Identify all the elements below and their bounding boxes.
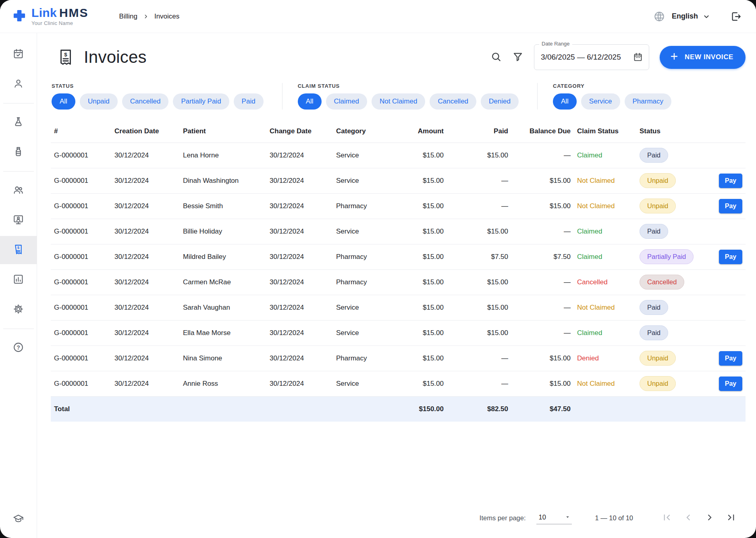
- table-row[interactable]: G-0000001 30/12/2024 Nina Simone 30/12/2…: [51, 346, 746, 371]
- cell-status: Unpaid: [636, 346, 709, 371]
- pay-button[interactable]: Pay: [719, 199, 742, 213]
- table-row[interactable]: G-0000001 30/12/2024 Billie Holiday 30/1…: [51, 219, 746, 244]
- cell-change-date: 30/12/2024: [266, 168, 333, 193]
- table-row[interactable]: G-0000001 30/12/2024 Carmen McRae 30/12/…: [51, 269, 746, 295]
- sidebar-item-reports[interactable]: [0, 266, 37, 294]
- filter-chip-partially-paid[interactable]: Partially Paid: [173, 93, 229, 110]
- cell-creation-date: 30/12/2024: [111, 269, 180, 295]
- items-per-page-select[interactable]: 10: [536, 511, 572, 524]
- cell-balance-due: $15.00: [511, 371, 574, 396]
- cell-status: Unpaid: [636, 193, 709, 219]
- cell-change-date: 30/12/2024: [266, 143, 333, 168]
- table-row[interactable]: G-0000001 30/12/2024 Mildred Bailey 30/1…: [51, 244, 746, 269]
- filter-chip-cancelled[interactable]: Cancelled: [122, 93, 169, 110]
- total-balance-due: $47.50: [511, 396, 574, 422]
- filter-chip-all[interactable]: All: [553, 93, 577, 110]
- claim-status-text: Claimed: [577, 329, 602, 337]
- filter-chip-service[interactable]: Service: [581, 93, 620, 110]
- new-invoice-button[interactable]: NEW INVOICE: [660, 46, 746, 69]
- pay-button[interactable]: Pay: [719, 174, 742, 188]
- pay-button[interactable]: Pay: [719, 250, 742, 264]
- cell-creation-date: 30/12/2024: [111, 320, 180, 346]
- search-button[interactable]: [490, 51, 502, 64]
- claim-status-text: Claimed: [577, 228, 602, 235]
- filter-funnel-icon: [512, 51, 523, 64]
- table-row[interactable]: G-0000001 30/12/2024 Annie Ross 30/12/20…: [51, 371, 746, 396]
- cell-paid: —: [447, 168, 511, 193]
- table-header: # Creation Date Patient Change Date Cate…: [51, 120, 746, 143]
- cell-claim-status: Claimed: [574, 244, 636, 269]
- sidebar-item-billing[interactable]: $: [0, 236, 37, 264]
- filter-chip-denied[interactable]: Denied: [481, 93, 519, 110]
- filter-button[interactable]: [512, 51, 523, 64]
- breadcrumb-item-invoices[interactable]: Invoices: [154, 12, 179, 21]
- col-header-paid: Paid: [447, 120, 511, 143]
- cell-creation-date: 30/12/2024: [111, 168, 180, 193]
- next-page-button[interactable]: [702, 510, 718, 526]
- previous-page-button[interactable]: [680, 510, 696, 526]
- cell-creation-date: 30/12/2024: [111, 193, 180, 219]
- filter-chip-all[interactable]: All: [298, 93, 322, 110]
- sidebar-item-patients[interactable]: [0, 70, 37, 98]
- items-per-page-value: 10: [539, 513, 546, 521]
- cell-category: Service: [333, 219, 401, 244]
- last-page-icon: [726, 512, 736, 524]
- sidebar-item-telehealth[interactable]: [0, 206, 37, 234]
- status-badge: Cancelled: [640, 275, 684, 290]
- brand-logo[interactable]: LinkHMS Your Clinic Name: [12, 7, 89, 26]
- status-badge: Partially Paid: [640, 249, 694, 264]
- sidebar-item-staff[interactable]: [0, 176, 37, 205]
- graduation-cap-icon: [12, 513, 24, 526]
- cell-category: Pharmacy: [333, 193, 401, 219]
- table-row[interactable]: G-0000001 30/12/2024 Bessie Smith 30/12/…: [51, 193, 746, 219]
- cell-category: Service: [333, 295, 401, 320]
- cell-category: Service: [333, 143, 401, 168]
- breadcrumb-item-billing[interactable]: Billing: [119, 12, 137, 21]
- cell-status: Paid: [636, 143, 709, 168]
- cell-balance-due: —: [511, 295, 574, 320]
- cell-amount: $15.00: [401, 219, 447, 244]
- cell-patient: Carmen McRae: [180, 269, 266, 295]
- cell-invoice-id: G-0000001: [51, 168, 111, 193]
- first-page-button[interactable]: [659, 510, 675, 526]
- filter-chip-not-claimed[interactable]: Not Claimed: [372, 93, 426, 110]
- status-badge: Unpaid: [640, 173, 676, 188]
- cell-creation-date: 30/12/2024: [111, 346, 180, 371]
- people-icon: [12, 184, 24, 197]
- cell-creation-date: 30/12/2024: [111, 295, 180, 320]
- date-range-field[interactable]: Date Range 3/06/2025 — 6/12/2025: [534, 44, 649, 70]
- cell-pay: Pay: [709, 295, 746, 320]
- person-icon: [12, 78, 24, 91]
- filter-chip-unpaid[interactable]: Unpaid: [80, 93, 118, 110]
- date-range-value: 3/06/2025 — 6/12/2025: [541, 53, 621, 62]
- logout-icon[interactable]: [730, 10, 742, 23]
- table-row[interactable]: G-0000001 30/12/2024 Ella Mae Morse 30/1…: [51, 320, 746, 346]
- sidebar-item-pharmacy[interactable]: [0, 138, 37, 166]
- sidebar-item-lab[interactable]: [0, 108, 37, 137]
- cell-invoice-id: G-0000001: [51, 193, 111, 219]
- filter-chip-pharmacy[interactable]: Pharmacy: [625, 93, 672, 110]
- table-row[interactable]: G-0000001 30/12/2024 Sarah Vaughan 30/12…: [51, 295, 746, 320]
- filter-chip-claimed[interactable]: Claimed: [326, 93, 367, 110]
- cell-paid: —: [447, 346, 511, 371]
- sidebar-item-help[interactable]: ?: [0, 334, 37, 362]
- status-badge: Paid: [640, 300, 668, 315]
- claim-status-text: Not Claimed: [577, 304, 615, 311]
- sidebar-item-settings[interactable]: [0, 296, 37, 324]
- sidebar-item-appointments[interactable]: [0, 40, 37, 68]
- cell-status: Paid: [636, 219, 709, 244]
- table-row[interactable]: G-0000001 30/12/2024 Lena Horne 30/12/20…: [51, 143, 746, 168]
- filter-group-status: STATUS AllUnpaidCancelledPartially PaidP…: [52, 83, 282, 110]
- filter-chip-cancelled[interactable]: Cancelled: [430, 93, 476, 110]
- cell-patient: Nina Simone: [180, 346, 266, 371]
- pay-button[interactable]: Pay: [719, 377, 742, 391]
- topbar-actions: English: [653, 10, 742, 23]
- sidebar-item-learning[interactable]: [0, 505, 37, 533]
- filter-chip-all[interactable]: All: [52, 93, 75, 110]
- last-page-button[interactable]: [723, 510, 739, 526]
- sidebar: $ ?: [0, 33, 37, 538]
- language-selector[interactable]: English: [665, 12, 711, 21]
- pay-button[interactable]: Pay: [719, 351, 742, 366]
- table-row[interactable]: G-0000001 30/12/2024 Dinah Washington 30…: [51, 168, 746, 193]
- filter-chip-paid[interactable]: Paid: [234, 93, 264, 110]
